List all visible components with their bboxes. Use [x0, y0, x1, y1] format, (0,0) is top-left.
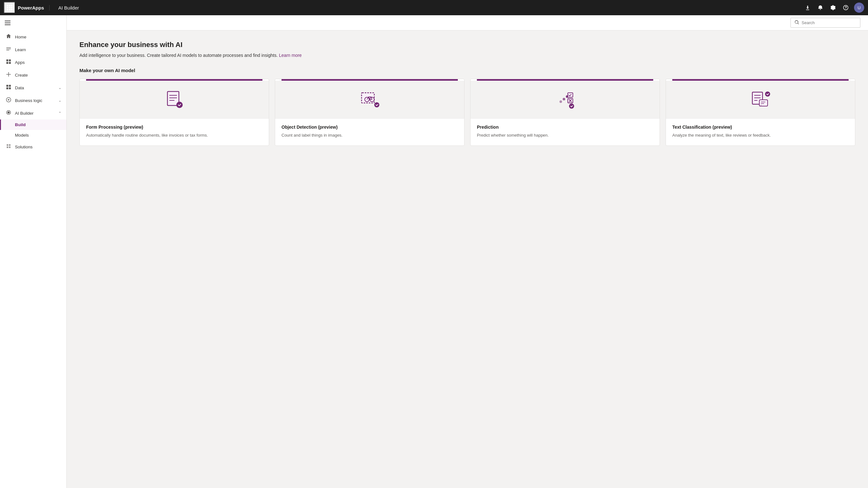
- ai-builder-submenu: Build Models: [0, 119, 66, 141]
- svg-point-25: [176, 102, 183, 108]
- svg-point-30: [559, 100, 562, 103]
- main-area: Enhance your business with AI Add intell…: [67, 15, 868, 488]
- card-object-detection[interactable]: Object Detection (preview) Count and lab…: [275, 79, 465, 146]
- svg-point-31: [563, 98, 565, 100]
- card-desc: Automatically handle routine documents, …: [86, 132, 262, 139]
- card-body: Text Classification (preview) Analyze th…: [666, 119, 855, 146]
- svg-rect-18: [6, 87, 8, 89]
- svg-rect-0: [7, 5, 8, 6]
- card-text-classification[interactable]: Text Classification (preview) Analyze th…: [665, 79, 855, 146]
- prediction-icon: [554, 88, 577, 111]
- svg-rect-4: [9, 7, 10, 8]
- svg-rect-9: [5, 21, 10, 21]
- app-body: Home Learn Apps Create: [0, 15, 868, 488]
- business-logic-icon: [6, 97, 11, 103]
- sidebar-item-ai-builder-label: AI Builder: [15, 111, 55, 116]
- card-form-processing[interactable]: Form Processing (preview) Automatically …: [80, 79, 269, 146]
- ai-builder-icon: [6, 110, 11, 116]
- card-icon-area: [80, 81, 269, 119]
- page-subtext: Add intelligence to your business. Creat…: [80, 52, 855, 59]
- card-body: Form Processing (preview) Automatically …: [80, 119, 269, 146]
- learn-more-link[interactable]: Learn more: [279, 53, 302, 58]
- search-bar: [67, 15, 868, 30]
- apps-icon: [6, 59, 11, 65]
- sidebar-sub-item-models[interactable]: Models: [0, 130, 66, 141]
- svg-rect-6: [7, 9, 8, 10]
- svg-rect-14: [6, 62, 8, 64]
- ai-builder-chevron-icon: ⌃: [58, 111, 61, 115]
- models-label: Models: [15, 133, 29, 138]
- svg-rect-3: [7, 7, 8, 8]
- form-processing-icon: [163, 88, 186, 111]
- sidebar-item-data[interactable]: Data ⌄: [0, 81, 66, 94]
- data-icon: [6, 85, 11, 91]
- main-content: Enhance your business with AI Add intell…: [67, 30, 868, 488]
- sidebar-item-apps[interactable]: Apps: [0, 56, 66, 69]
- svg-rect-11: [5, 25, 10, 25]
- card-icon-area: [275, 81, 464, 119]
- sidebar: Home Learn Apps Create: [0, 15, 67, 488]
- svg-rect-15: [9, 62, 11, 64]
- business-logic-chevron-icon: ⌄: [58, 98, 61, 102]
- svg-point-29: [374, 102, 379, 108]
- search-icon: [795, 20, 799, 25]
- top-nav: PowerApps AI Builder U: [0, 0, 868, 15]
- card-desc: Analyze the meaning of text, like review…: [672, 132, 848, 139]
- card-title: Form Processing (preview): [86, 125, 262, 130]
- svg-rect-16: [6, 85, 8, 87]
- card-prediction[interactable]: Prediction Predict whether something wil…: [470, 79, 660, 146]
- sidebar-item-create[interactable]: Create: [0, 69, 66, 81]
- object-detection-icon: [359, 88, 381, 111]
- page-subtext-content: Add intelligence to your business. Creat…: [80, 53, 278, 58]
- cards-grid: Form Processing (preview) Automatically …: [80, 79, 855, 146]
- svg-point-35: [569, 103, 574, 109]
- powerapps-label[interactable]: PowerApps: [18, 5, 50, 10]
- card-title: Prediction: [477, 125, 653, 130]
- create-icon: [6, 72, 11, 78]
- sidebar-item-learn-label: Learn: [15, 47, 61, 52]
- card-body: Object Detection (preview) Count and lab…: [275, 119, 464, 146]
- app-name-label: AI Builder: [53, 5, 79, 10]
- top-nav-actions: U: [802, 2, 864, 13]
- user-avatar[interactable]: U: [854, 3, 864, 13]
- home-icon: [6, 34, 11, 40]
- sidebar-item-ai-builder[interactable]: AI Builder ⌃: [0, 107, 66, 119]
- search-input[interactable]: [802, 20, 856, 25]
- sidebar-item-learn[interactable]: Learn: [0, 43, 66, 56]
- svg-rect-7: [9, 9, 10, 10]
- sidebar-item-home-label: Home: [15, 35, 61, 39]
- svg-rect-17: [9, 85, 11, 87]
- card-desc: Count and label things in images.: [281, 132, 458, 139]
- data-chevron-icon: ⌄: [58, 86, 61, 90]
- card-title: Object Detection (preview): [281, 125, 458, 130]
- sidebar-toggle-button[interactable]: [0, 15, 15, 30]
- svg-rect-1: [9, 5, 10, 6]
- help-button[interactable]: [840, 2, 851, 13]
- sidebar-item-business-logic[interactable]: Business logic ⌄: [0, 94, 66, 107]
- svg-rect-5: [11, 7, 12, 8]
- svg-rect-40: [760, 100, 768, 106]
- svg-rect-2: [11, 5, 12, 6]
- download-button[interactable]: [802, 2, 813, 13]
- settings-button[interactable]: [827, 2, 839, 13]
- sidebar-item-create-label: Create: [15, 73, 61, 78]
- card-body: Prediction Predict whether something wil…: [470, 119, 659, 146]
- sidebar-item-home[interactable]: Home: [0, 30, 66, 43]
- solutions-icon: [6, 144, 11, 150]
- app-brand: PowerApps AI Builder: [18, 5, 79, 10]
- svg-rect-10: [5, 23, 10, 23]
- build-label: Build: [15, 122, 26, 127]
- learn-icon: [6, 47, 11, 53]
- sidebar-sub-item-build[interactable]: Build: [0, 119, 66, 130]
- svg-rect-19: [9, 87, 11, 89]
- notifications-button[interactable]: [815, 2, 826, 13]
- sidebar-item-data-label: Data: [15, 86, 55, 90]
- svg-point-43: [765, 92, 770, 97]
- search-input-wrapper[interactable]: [790, 18, 860, 28]
- waffle-menu-button[interactable]: [4, 2, 15, 13]
- svg-rect-8: [11, 9, 12, 10]
- sidebar-item-solutions[interactable]: Solutions: [0, 141, 66, 153]
- card-title: Text Classification (preview): [672, 125, 848, 130]
- card-desc: Predict whether something will happen.: [477, 132, 653, 139]
- card-icon-area: [470, 81, 659, 119]
